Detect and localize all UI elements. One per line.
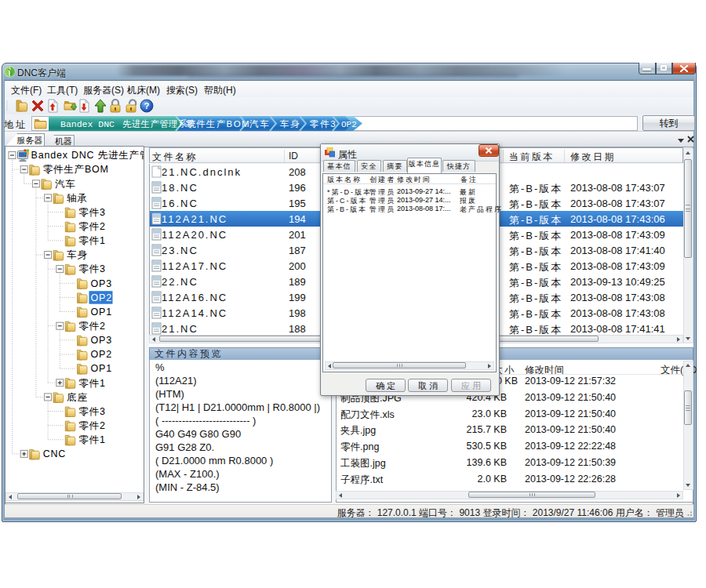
svg-text:零件1: 零件1 (78, 378, 105, 389)
svg-text:轴承: 轴承 (67, 193, 88, 204)
svg-text:Bandex DNC: Bandex DNC (60, 119, 115, 129)
svg-text:零件生产BOM: 零件生产BOM (43, 164, 109, 175)
svg-text:零件2: 零件2 (78, 321, 105, 332)
svg-text:OP1: OP1 (91, 307, 112, 318)
svg-text:CNC: CNC (43, 448, 66, 459)
svg-text:零件3: 零件3 (78, 207, 105, 218)
svg-text:OP1: OP1 (91, 363, 112, 374)
svg-text:OP2: OP2 (91, 349, 112, 360)
svg-text:汽车: 汽车 (55, 179, 76, 190)
svg-text:零件3: 零件3 (78, 263, 105, 274)
svg-text:零件2: 零件2 (78, 221, 105, 232)
svg-text:零件3: 零件3 (310, 119, 337, 129)
svg-text:零件生产BOM: 零件生产BOM (186, 119, 250, 129)
svg-text:底座: 底座 (67, 392, 88, 403)
svg-text:零件1: 零件1 (78, 434, 105, 445)
svg-text:?: ? (144, 101, 149, 111)
svg-text:零件2: 零件2 (78, 420, 105, 431)
svg-text:零件3: 零件3 (78, 406, 105, 417)
svg-text:OP3: OP3 (91, 335, 112, 346)
svg-text:OP2: OP2 (341, 120, 357, 129)
svg-text:零件1: 零件1 (78, 235, 105, 246)
svg-text:Bandex DNC 先进生产管理系统: Bandex DNC 先进生产管理系统 (31, 150, 144, 161)
svg-text:OP2: OP2 (91, 292, 112, 303)
svg-text:车身: 车身 (279, 119, 301, 129)
svg-text:汽车: 汽车 (249, 119, 271, 129)
svg-text:OP3: OP3 (91, 278, 112, 289)
svg-text:车身: 车身 (67, 249, 88, 260)
